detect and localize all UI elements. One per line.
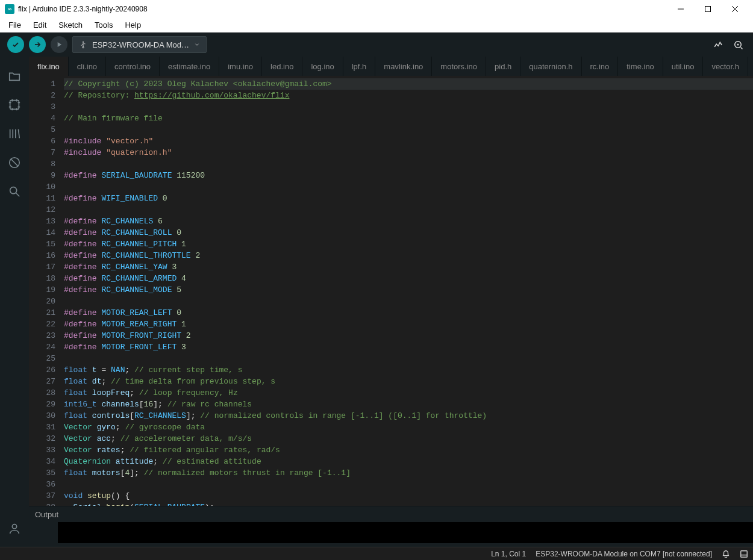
search-icon[interactable] [0,177,29,206]
chevron-down-icon [194,40,200,49]
minimize-button[interactable] [667,0,694,18]
close-panel-icon[interactable] [740,550,748,558]
editor-area: flix.inocli.inocontrol.inoestimate.inoim… [29,57,753,547]
boards-manager-icon[interactable] [0,90,29,119]
maximize-button[interactable] [694,0,721,18]
tab-pid-h[interactable]: pid.h [486,57,520,76]
serial-plotter-icon[interactable] [713,39,724,50]
output-body[interactable] [58,522,753,543]
menu-item-sketch[interactable]: Sketch [52,19,89,31]
tab-quaternion-h[interactable]: quaternion.h [520,57,581,76]
board-name: ESP32-WROOM-DA Mod… [92,40,189,49]
upload-button[interactable] [29,36,46,53]
output-title: Output [35,510,58,519]
tab-estimate-ino[interactable]: estimate.ino [160,57,219,76]
tab-time-ino[interactable]: time.ino [618,57,663,76]
code-content[interactable]: // Copyright (c) 2023 Oleg Kalachev <oka… [64,76,753,506]
tab-mavlink-ino[interactable]: mavlink.ino [375,57,432,76]
debug-button[interactable] [51,36,67,53]
app-icon: ∞ [5,4,14,14]
tab-cli-ino[interactable]: cli.ino [69,57,106,76]
activitybar [0,57,29,547]
svg-rect-14 [741,550,748,557]
menu-item-help[interactable]: Help [119,19,147,31]
close-button[interactable] [721,0,748,18]
tab-vector-h[interactable]: vector.h [703,57,748,76]
tab-util-ino[interactable]: util.ino [663,57,704,76]
svg-line-9 [11,160,18,166]
menu-item-file[interactable]: File [2,19,27,31]
statusbar: Ln 1, Col 1 ESP32-WROOM-DA Module on COM… [0,547,753,560]
tab-log-ino[interactable]: log.ino [302,57,343,76]
tab-motors-ino[interactable]: motors.ino [432,57,486,76]
board-status[interactable]: ESP32-WROOM-DA Module on COM7 [not conne… [536,550,712,558]
svg-line-6 [741,48,743,49]
output-panel: Output [29,506,753,547]
tab-lpf-h[interactable]: lpf.h [343,57,376,76]
board-selector[interactable]: ESP32-WROOM-DA Mod… [72,36,207,53]
svg-point-5 [737,44,739,46]
library-manager-icon[interactable] [0,119,29,148]
line-gutter: 1234567891011121314151617181920212223242… [29,76,64,506]
serial-monitor-icon[interactable] [733,39,743,50]
tab-flix-ino[interactable]: flix.ino [29,57,69,76]
svg-rect-1 [705,7,710,12]
verify-button[interactable] [7,36,24,53]
notifications-icon[interactable] [722,550,730,558]
svg-rect-7 [10,101,19,110]
sketchbook-icon[interactable] [0,61,29,90]
svg-point-12 [12,524,16,529]
svg-point-10 [10,187,17,194]
account-icon[interactable] [0,514,29,543]
debug-icon[interactable] [0,148,29,177]
cursor-position[interactable]: Ln 1, Col 1 [491,550,526,558]
menubar: FileEditSketchToolsHelp [0,18,753,33]
tab-control-ino[interactable]: control.ino [106,57,160,76]
tab-imu-ino[interactable]: imu.ino [219,57,262,76]
window-title: flix | Arduino IDE 2.3.3-nightly-2024090… [18,5,148,13]
tab-rc-ino[interactable]: rc.ino [582,57,619,76]
svg-line-11 [16,193,20,197]
titlebar: ∞ flix | Arduino IDE 2.3.3-nightly-20240… [0,0,753,18]
menu-item-edit[interactable]: Edit [27,19,52,31]
menu-item-tools[interactable]: Tools [89,19,119,31]
tab-wifi-ino[interactable]: wifi.ino [748,57,753,76]
code-editor[interactable]: 1234567891011121314151617181920212223242… [29,76,753,506]
tab-led-ino[interactable]: led.ino [262,57,302,76]
toolbar: ESP32-WROOM-DA Mod… [0,33,753,57]
usb-icon [79,40,87,49]
tabs: flix.inocli.inocontrol.inoestimate.inoim… [29,57,753,76]
